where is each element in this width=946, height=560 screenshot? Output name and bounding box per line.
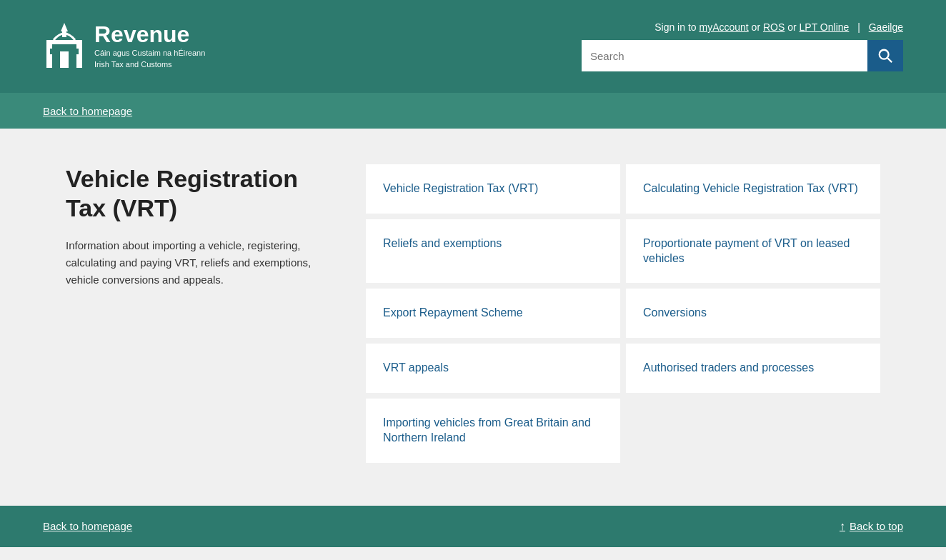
main-content: Vehicle Registration Tax (VRT) Informati… [23, 129, 923, 506]
svg-rect-5 [62, 31, 66, 37]
svg-marker-4 [61, 23, 68, 31]
svg-rect-2 [46, 40, 82, 44]
cards-grid: Vehicle Registration Tax (VRT) Calculati… [366, 164, 880, 463]
header-right: Sign in to myAccount or ROS or LPT Onlin… [582, 21, 903, 71]
site-header: Revenue Cáin agus Custaim na hÉireann Ir… [0, 0, 946, 93]
search-bar [582, 40, 903, 71]
logo-text: Revenue Cáin agus Custaim na hÉireann Ir… [94, 23, 205, 70]
site-footer: Back to homepage ↑ Back to top [0, 506, 946, 547]
ros-link[interactable]: ROS [763, 21, 785, 33]
logo-subtitle: Cáin agus Custaim na hÉireann Irish Tax … [94, 48, 205, 70]
left-panel: Vehicle Registration Tax (VRT) Informati… [66, 164, 337, 463]
page-title: Vehicle Registration Tax (VRT) [66, 164, 337, 223]
card-vrt-appeals[interactable]: VRT appeals [366, 344, 620, 393]
lpt-online-link[interactable]: LPT Online [800, 21, 850, 33]
card-calculating-vrt[interactable]: Calculating Vehicle Registration Tax (VR… [626, 164, 880, 214]
svg-rect-1 [76, 43, 82, 68]
svg-rect-0 [46, 43, 52, 68]
back-to-top-button[interactable]: ↑ Back to top [840, 520, 903, 533]
back-to-homepage-footer-link[interactable]: Back to homepage [43, 520, 132, 532]
nav-bar: Back to homepage [0, 93, 946, 129]
search-icon [877, 48, 893, 64]
svg-rect-3 [60, 51, 69, 68]
svg-rect-6 [50, 49, 54, 54]
search-input[interactable] [582, 40, 867, 71]
logo-revenue: Revenue [94, 23, 205, 46]
svg-line-9 [887, 58, 892, 62]
logo-area: Revenue Cáin agus Custaim na hÉireann Ir… [43, 21, 205, 71]
card-importing-vehicles[interactable]: Importing vehicles from Great Britain an… [366, 399, 620, 463]
revenue-logo-icon [43, 21, 86, 71]
search-button[interactable] [867, 40, 903, 71]
card-vrt-main[interactable]: Vehicle Registration Tax (VRT) [366, 164, 620, 214]
svg-rect-7 [74, 49, 79, 54]
gaeilge-link[interactable]: Gaeilge [869, 21, 903, 33]
page-description: Information about importing a vehicle, r… [66, 237, 337, 289]
svg-point-8 [880, 50, 889, 59]
myaccount-link[interactable]: myAccount [699, 21, 748, 33]
arrow-up-icon: ↑ [840, 520, 845, 533]
card-export-repayment[interactable]: Export Repayment Scheme [366, 289, 620, 338]
card-reliefs-exemptions[interactable]: Reliefs and exemptions [366, 219, 620, 284]
back-to-homepage-nav-link[interactable]: Back to homepage [43, 105, 132, 117]
card-proportionate-payment[interactable]: Proportionate payment of VRT on leased v… [626, 219, 880, 284]
card-conversions[interactable]: Conversions [626, 289, 880, 338]
sign-in-bar: Sign in to myAccount or ROS or LPT Onlin… [654, 21, 903, 33]
card-authorised-traders[interactable]: Authorised traders and processes [626, 344, 880, 393]
